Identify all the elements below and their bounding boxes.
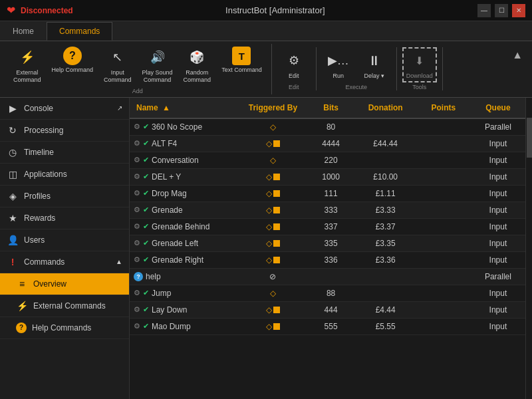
cell-queue: Input: [471, 152, 525, 168]
delay-label: Delay ▾: [364, 72, 384, 80]
sidebar-item-applications[interactable]: ◫ Applications: [0, 164, 129, 186]
gear-icon: ⚙: [134, 172, 140, 181]
table-row[interactable]: ⚙✔DEL + Y◇1000£10.00Input: [130, 168, 525, 185]
rewards-icon: ★: [7, 213, 19, 223]
cell-bits: 220: [307, 152, 355, 168]
cell-queue: Parallel: [471, 118, 525, 136]
toolbar-collapse-button[interactable]: ▲: [507, 44, 528, 61]
sidebar-item-profiles[interactable]: ◈ Profiles: [0, 186, 129, 207]
command-name: Grenade Behind: [152, 222, 209, 231]
cell-queue: Input: [471, 135, 525, 152]
col-header-triggered[interactable]: Triggered By: [239, 98, 307, 118]
cell-points: [416, 235, 471, 251]
enabled-check-icon: ✔: [143, 122, 149, 131]
external-command-button[interactable]: ⚡ ExternalCommand: [9, 44, 45, 86]
sidebar-item-rewards[interactable]: ★ Rewards: [0, 207, 129, 229]
cell-donation: £3.36: [355, 251, 416, 268]
bits-trigger-icon: ◇: [270, 122, 276, 132]
bits-trigger-icon: ◇: [270, 156, 276, 165]
run-button[interactable]: ▶… Run: [322, 47, 355, 82]
subs-trigger-icon: [273, 323, 280, 330]
command-name: Grenade Left: [152, 239, 198, 248]
tab-home[interactable]: Home: [0, 22, 47, 41]
play-sound-icon: 🔊: [147, 47, 168, 68]
random-command-button[interactable]: 🎲 RandomCommand: [180, 44, 215, 86]
external-commands-icon: ⚡: [16, 301, 28, 311]
cell-bits: 88: [307, 285, 355, 301]
cell-bits: 336: [307, 251, 355, 268]
table-row[interactable]: ⚙✔Drop Mag◇111£1.11Input: [130, 185, 525, 201]
console-arrow: ↗: [117, 104, 122, 112]
scrollbar-thumb[interactable]: [527, 118, 532, 158]
download-button[interactable]: ⬇ Download: [402, 47, 437, 82]
commands-table-container[interactable]: Name ▲ Triggered By Bits Donation Points…: [130, 98, 525, 399]
bits-trigger-icon: ◇: [266, 189, 272, 198]
cell-bits: [307, 268, 355, 285]
cell-name: ?help: [130, 268, 239, 285]
table-row[interactable]: ⚙✔Jump◇88Input: [130, 285, 525, 301]
cell-name: ⚙✔Grenade Right: [130, 251, 239, 268]
col-header-bits[interactable]: Bits: [307, 98, 355, 118]
cell-triggered: ◇: [239, 185, 307, 201]
col-header-name[interactable]: Name ▲: [130, 98, 239, 118]
sidebar-item-processing[interactable]: ↻ Processing: [0, 120, 129, 142]
command-name: Mao Dump: [152, 322, 191, 331]
app-logo: ❤: [7, 4, 15, 17]
table-row[interactable]: ?help⊘Parallel: [130, 268, 525, 285]
cell-triggered: ◇: [239, 168, 307, 185]
cell-donation: [355, 118, 416, 136]
delay-button[interactable]: ⏸ Delay ▾: [358, 47, 391, 82]
gear-icon: ⚙: [134, 189, 140, 198]
sidebar-item-overview[interactable]: ≡ Overview: [0, 273, 129, 295]
table-row[interactable]: ⚙✔360 No Scope◇80Parallel: [130, 118, 525, 136]
table-row[interactable]: ⚙✔ALT F4◇4444£44.44Input: [130, 135, 525, 152]
col-header-donation[interactable]: Donation: [355, 98, 416, 118]
maximize-button[interactable]: ☐: [495, 4, 508, 17]
edit-group-label: Edit: [277, 82, 311, 90]
gear-icon: ⚙: [134, 205, 140, 214]
table-row[interactable]: ⚙✔Conversation◇220Input: [130, 152, 525, 168]
cell-donation: [355, 152, 416, 168]
cell-points: [416, 218, 471, 235]
gear-icon: ⚙: [134, 122, 140, 131]
bits-trigger-icon: ◇: [266, 322, 272, 331]
table-row[interactable]: ⚙✔Grenade Left◇335£3.35Input: [130, 235, 525, 251]
table-row[interactable]: ⚙✔Grenade Right◇336£3.36Input: [130, 251, 525, 268]
toolbar-group-add: ⚡ ExternalCommand ? Help Command ↖ Input…: [4, 44, 272, 94]
commands-icon: !: [7, 257, 19, 267]
minimize-button[interactable]: —: [477, 4, 491, 17]
col-header-points[interactable]: Points: [416, 98, 471, 118]
cell-triggered: ◇: [239, 301, 307, 318]
col-header-queue[interactable]: Queue: [471, 98, 525, 118]
subs-trigger-icon: [273, 257, 280, 263]
command-name: Grenade Right: [152, 255, 203, 265]
table-row[interactable]: ⚙✔Mao Dump◇555£5.55Input: [130, 318, 525, 334]
help-command-button[interactable]: ? Help Command: [48, 44, 98, 86]
input-command-button[interactable]: ↖ InputCommand: [100, 44, 136, 86]
processing-label: Processing: [24, 126, 122, 135]
add-group-label: Add: [9, 86, 266, 94]
close-button[interactable]: ✕: [512, 4, 525, 17]
table-row[interactable]: ⚙✔Grenade◇333£3.33Input: [130, 201, 525, 218]
sidebar-item-users[interactable]: 👤 Users: [0, 229, 129, 251]
cell-queue: Parallel: [471, 268, 525, 285]
table-row[interactable]: ⚙✔Lay Down◇444£4.44Input: [130, 301, 525, 318]
gear-icon: ⚙: [134, 239, 140, 247]
sidebar-item-timeline[interactable]: ◷ Timeline: [0, 142, 129, 164]
text-command-button[interactable]: T Text Command: [217, 44, 266, 86]
table-row[interactable]: ⚙✔Grenade Behind◇337£3.37Input: [130, 218, 525, 235]
block-trigger-icon: ⊘: [269, 272, 276, 281]
sidebar-item-external-commands[interactable]: ⚡ External Commands: [0, 295, 129, 317]
tab-commands[interactable]: Commands: [47, 22, 112, 41]
cell-donation: £3.33: [355, 201, 416, 218]
sidebar-item-commands[interactable]: ! Commands ▲: [0, 251, 129, 273]
play-sound-button[interactable]: 🔊 Play SoundCommand: [138, 44, 177, 86]
edit-button[interactable]: ⚙ Edit: [277, 47, 311, 82]
sidebar-item-help-commands[interactable]: ? Help Commands: [0, 317, 129, 339]
subs-trigger-icon: [273, 190, 280, 197]
command-name: Lay Down: [152, 305, 187, 315]
sidebar-item-console[interactable]: ▶ Console ↗: [0, 98, 129, 120]
scrollbar-track[interactable]: [525, 98, 532, 399]
download-label: Download: [406, 72, 433, 80]
cell-bits: 337: [307, 218, 355, 235]
